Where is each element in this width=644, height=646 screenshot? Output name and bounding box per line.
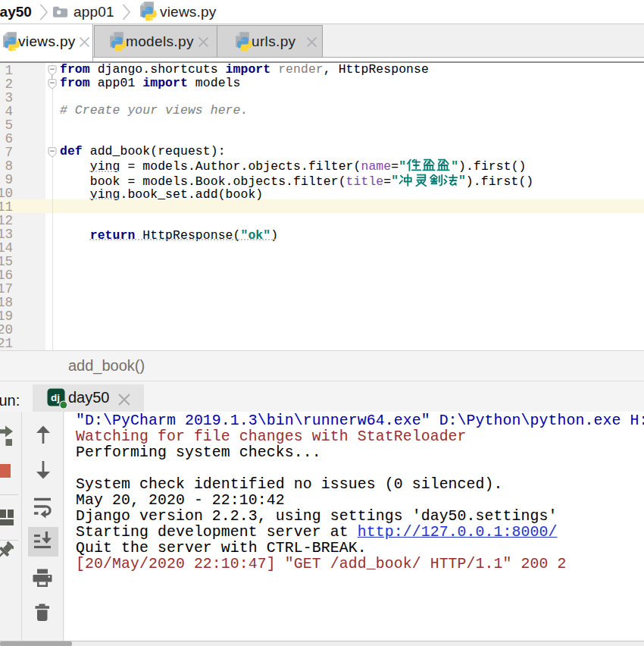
svg-text:dj: dj xyxy=(51,392,60,403)
